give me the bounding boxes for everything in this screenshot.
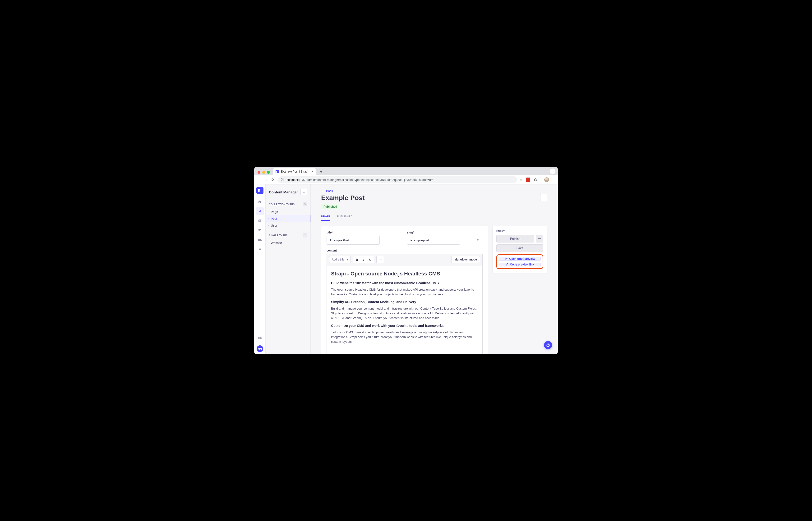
rail-content-manager[interactable] bbox=[256, 207, 264, 215]
sidebar-divider bbox=[269, 199, 274, 199]
content-h3: Build websites 10x faster with the most … bbox=[331, 281, 478, 286]
new-tab-button[interactable]: + bbox=[318, 168, 324, 175]
sidebar-item-user[interactable]: User bbox=[266, 222, 310, 229]
svg-rect-2 bbox=[259, 229, 261, 230]
content-p: The open-source Headless CMS for develop… bbox=[331, 287, 478, 297]
editor-body[interactable]: Strapi - Open source Node.js Headless CM… bbox=[327, 266, 482, 354]
chevron-down-icon: ▾ bbox=[347, 258, 348, 261]
browser-chrome: Example Post | Strapi × + ⌄ ← → ⟳ ⓘ loca… bbox=[254, 167, 558, 184]
more-format-group: ⋯ bbox=[376, 256, 384, 263]
italic-button[interactable]: I bbox=[360, 256, 367, 263]
link-icon bbox=[505, 263, 508, 266]
content-label: content bbox=[327, 249, 483, 252]
strapi-app: MM Content Manager Collection Types 3 Pa… bbox=[254, 184, 558, 354]
underline-button[interactable]: U bbox=[367, 256, 373, 263]
rich-text-editor: Add a title ▾ B I U ⋯ bbox=[327, 254, 483, 354]
markdown-mode-button[interactable]: Markdown mode bbox=[451, 256, 480, 263]
nav-forward-icon: → bbox=[264, 178, 268, 182]
rail-builder[interactable] bbox=[256, 226, 264, 234]
profile-avatar-icon[interactable] bbox=[544, 177, 549, 182]
collection-list: Page Post User bbox=[266, 207, 310, 232]
address-bar[interactable]: ⓘ localhost:1337/admin/content-manager/c… bbox=[278, 176, 517, 183]
close-tab-icon[interactable]: × bbox=[312, 170, 313, 173]
sidebar-item-page[interactable]: Page bbox=[266, 208, 310, 215]
title-input[interactable] bbox=[327, 235, 380, 245]
status-badge: Published bbox=[321, 204, 339, 209]
single-list: Website bbox=[266, 239, 310, 250]
sidebar-item-post[interactable]: Post bbox=[266, 215, 310, 222]
title-label: title* bbox=[327, 231, 402, 234]
content-p: Tailor your CMS to meet specific project… bbox=[331, 330, 478, 344]
preview-callout: Open draft preview Copy preview link bbox=[496, 254, 543, 269]
bookmark-star-icon[interactable]: ☆ bbox=[520, 178, 523, 182]
extensions-puzzle-icon[interactable] bbox=[533, 178, 537, 182]
group-count-badge: 1 bbox=[303, 233, 307, 237]
sidebar-item-label: User bbox=[271, 224, 277, 227]
group-count-badge: 3 bbox=[303, 202, 307, 206]
group-label: Single Types bbox=[269, 234, 288, 237]
tabs-dropdown-icon[interactable]: ⌄ bbox=[550, 168, 555, 174]
url-path: :1337/admin/content-manager/collection-t… bbox=[298, 178, 435, 182]
nav-back-icon[interactable]: ← bbox=[257, 178, 261, 182]
svg-point-4 bbox=[303, 191, 304, 192]
tab-published[interactable]: PUBLISHED bbox=[336, 215, 352, 221]
heading-dropdown[interactable]: Add a title ▾ bbox=[329, 256, 351, 263]
toolbar-divider bbox=[541, 178, 541, 182]
sidebar-item-website[interactable]: Website bbox=[266, 240, 310, 246]
slug-input[interactable] bbox=[407, 235, 460, 245]
tab-draft[interactable]: DRAFT bbox=[321, 215, 330, 221]
browser-window: Example Post | Strapi × + ⌄ ← → ⟳ ⓘ loca… bbox=[254, 167, 558, 354]
arrow-left-icon: ← bbox=[321, 189, 324, 193]
publish-more-button[interactable]: ⋯ bbox=[536, 235, 543, 243]
extension-icon[interactable] bbox=[526, 178, 530, 182]
heading-dropdown-label: Add a title bbox=[332, 258, 344, 261]
external-link-icon bbox=[505, 257, 508, 260]
nav-rail: MM bbox=[254, 184, 266, 354]
strapi-logo-icon[interactable] bbox=[256, 187, 263, 194]
strapi-favicon-icon bbox=[276, 170, 279, 173]
content-p: Build and manage your content model and … bbox=[331, 306, 478, 320]
help-fab[interactable] bbox=[544, 341, 552, 349]
editor-toolbar: Add a title ▾ B I U ⋯ bbox=[327, 254, 482, 266]
url-host: localhost bbox=[286, 178, 298, 182]
more-formats-button[interactable]: ⋯ bbox=[377, 256, 383, 263]
maximize-window-icon[interactable] bbox=[267, 171, 270, 174]
entry-panel: Entry Publish ⋯ Save Open draft prev bbox=[492, 226, 547, 273]
minimize-window-icon[interactable] bbox=[262, 171, 265, 174]
reload-icon[interactable]: ⟳ bbox=[271, 178, 275, 182]
form-card: title* slug* ⟳ bbox=[321, 226, 488, 354]
sidebar-item-label: Page bbox=[271, 210, 278, 213]
rail-media[interactable] bbox=[256, 217, 264, 225]
page-title: Example Post bbox=[321, 194, 365, 202]
entry-tabs: DRAFT PUBLISHED bbox=[321, 215, 547, 221]
bold-button[interactable]: B bbox=[354, 256, 360, 263]
browser-tab[interactable]: Example Post | Strapi × bbox=[273, 168, 316, 175]
group-label: Collection Types bbox=[269, 203, 295, 206]
content-h3: Simplify API Creation, Content Modeling,… bbox=[331, 300, 478, 305]
toolbar: ← → ⟳ ⓘ localhost:1337/admin/content-man… bbox=[254, 175, 558, 184]
sidebar-title: Content Manager bbox=[269, 190, 298, 194]
open-draft-preview-button[interactable]: Open draft preview bbox=[499, 257, 541, 261]
field-title: title* bbox=[327, 231, 402, 245]
header-more-button[interactable]: ⋯ bbox=[540, 194, 547, 201]
copy-preview-link-button[interactable]: Copy preview link bbox=[499, 263, 541, 267]
regenerate-slug-icon[interactable]: ⟳ bbox=[477, 238, 480, 242]
site-info-icon[interactable]: ⓘ bbox=[281, 178, 284, 182]
kebab-menu-icon[interactable]: ⋮ bbox=[552, 178, 555, 182]
entry-heading: Entry bbox=[496, 230, 543, 232]
window-controls bbox=[257, 171, 271, 175]
rail-home[interactable] bbox=[256, 198, 264, 206]
back-link[interactable]: ← Back bbox=[321, 189, 333, 193]
group-single-types: Single Types 1 bbox=[266, 232, 310, 239]
slug-label: slug* bbox=[407, 231, 483, 234]
user-avatar[interactable]: MM bbox=[257, 345, 263, 352]
tab-title: Example Post | Strapi bbox=[281, 170, 308, 173]
close-window-icon[interactable] bbox=[258, 171, 260, 174]
sidebar-search-button[interactable] bbox=[301, 189, 307, 195]
rail-settings[interactable] bbox=[256, 334, 264, 342]
rail-marketplace[interactable] bbox=[256, 245, 264, 253]
publish-button[interactable]: Publish bbox=[496, 235, 534, 243]
save-button[interactable]: Save bbox=[496, 244, 543, 252]
rail-cloud[interactable] bbox=[256, 235, 264, 244]
format-group: B I U bbox=[353, 256, 374, 263]
